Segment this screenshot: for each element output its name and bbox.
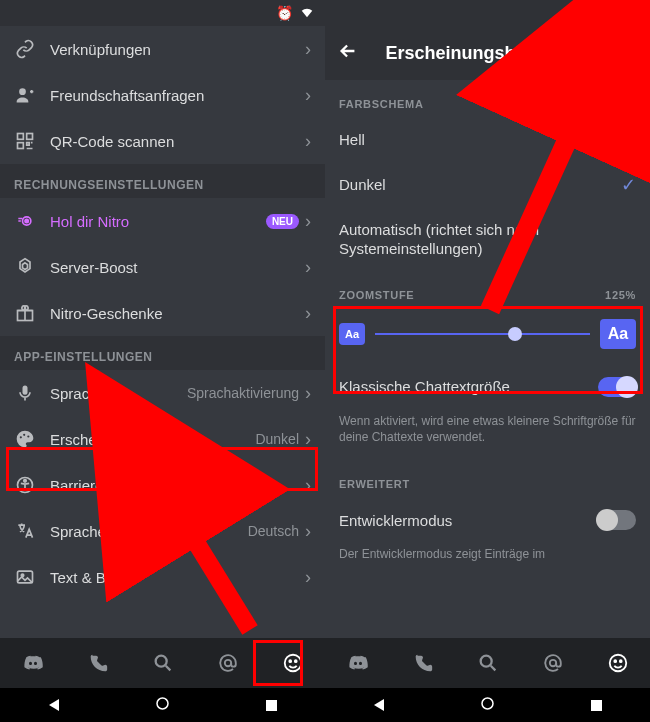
link-icon [14,38,36,60]
entwickler-description: Der Entwicklermodus zeigt Einträge im [325,542,650,577]
svg-point-8 [20,436,22,438]
section-rechnung: RECHNUNGSEINSTELLUNGEN [0,164,325,198]
row-label: Sprachchat [50,385,187,402]
bottom-tabs [325,638,650,688]
tab-discord[interactable] [338,643,378,683]
nav-recent[interactable] [266,700,277,711]
row-nitro-geschenke[interactable]: Nitro-Geschenke › [0,290,325,336]
page-title: Erscheinungsbild [363,43,559,64]
nav-home[interactable] [481,696,494,714]
tab-search[interactable] [143,643,183,683]
bottom-tabs [0,638,325,688]
save-button[interactable]: SPEICHERN [559,46,638,60]
alarm-icon: ⏰ [276,5,293,21]
nav-back[interactable] [374,699,384,711]
status-bar: ⏰ [0,0,325,26]
row-text-bilder[interactable]: Text & Bilder › [0,554,325,600]
tab-discord[interactable] [13,643,53,683]
section-erweitert: ERWEITERT [325,460,650,498]
wifi-icon [624,5,640,22]
tab-mentions[interactable] [533,643,573,683]
option-label: Dunkel [339,175,621,195]
tab-mentions[interactable] [208,643,248,683]
toggle-switch[interactable] [598,510,636,530]
aa-small-icon: Aa [339,323,365,345]
row-label: Verknüpfungen [50,41,305,58]
svg-point-9 [23,434,25,436]
chevron-right-icon: › [305,303,311,324]
svg-point-22 [549,660,555,666]
row-label: Barrierefreiheit [50,477,305,494]
theme-option-auto[interactable]: Automatisch (richtet sich nach Systemein… [325,208,650,271]
row-sprachchat[interactable]: Sprachchat Sprachaktivierung › [0,370,325,416]
row-klassische-textgroesse[interactable]: Klassische Chattextgröße [325,365,650,409]
nav-back[interactable] [49,699,59,711]
status-bar: ⏰ [325,0,650,26]
svg-point-25 [619,660,621,662]
settings-list-panel: ⏰ Verknüpfungen › Freundschaftsanfragen … [0,0,325,722]
row-verknupfungen[interactable]: Verknüpfungen › [0,26,325,72]
row-value: Deutsch [248,523,299,539]
row-nitro[interactable]: Hol dir Nitro NEU › [0,198,325,244]
nav-recent[interactable] [591,700,602,711]
svg-point-16 [224,660,230,666]
chevron-right-icon: › [305,475,311,496]
chevron-right-icon: › [305,85,311,106]
slider-thumb[interactable] [508,327,522,341]
appearance-detail-panel: ⏰ Erscheinungsbild SPEICHERN FARBSCHEMA … [325,0,650,722]
row-label: QR-Code scannen [50,133,305,150]
row-qr-scan[interactable]: QR-Code scannen › [0,118,325,164]
svg-point-24 [614,660,616,662]
new-badge: NEU [266,214,299,229]
section-label: ZOOMSTUFE [339,289,414,301]
svg-point-0 [19,88,26,95]
chevron-right-icon: › [305,257,311,278]
svg-point-18 [289,660,291,662]
section-app: APP-EINSTELLUNGEN [0,336,325,370]
tab-emoji[interactable] [273,643,313,683]
image-icon [14,566,36,588]
tab-calls[interactable] [403,643,443,683]
row-erscheinungsbild[interactable]: Erscheinungsbild Dunkel › [0,416,325,462]
theme-option-dunkel[interactable]: Dunkel ✓ [325,162,650,208]
theme-option-hell[interactable]: Hell [325,118,650,162]
mic-icon [14,382,36,404]
svg-rect-1 [18,134,24,140]
row-label: Hol dir Nitro [50,213,266,230]
chevron-right-icon: › [305,567,311,588]
svg-point-10 [27,435,29,437]
toggle-switch[interactable] [598,377,636,397]
row-barrierefreiheit[interactable]: Barrierefreiheit › [0,462,325,508]
accessibility-icon [14,474,36,496]
svg-point-21 [480,656,491,667]
nav-home[interactable] [156,696,169,714]
titlebar: Erscheinungsbild SPEICHERN [325,26,650,80]
check-icon: ✓ [621,174,636,196]
svg-rect-3 [18,143,24,149]
tab-emoji[interactable] [598,643,638,683]
option-label: Hell [339,130,636,150]
svg-point-20 [157,698,168,709]
qr-icon [14,130,36,152]
chevron-right-icon: › [305,429,311,450]
row-server-boost[interactable]: Server-Boost › [0,244,325,290]
section-zoom: ZOOMSTUFE 125% [325,271,650,309]
row-sprache[interactable]: Sprache Deutsch › [0,508,325,554]
tab-calls[interactable] [78,643,118,683]
zoom-slider[interactable] [375,324,590,344]
back-arrow-icon[interactable] [337,40,363,66]
row-label: Erscheinungsbild [50,431,255,448]
row-value: Dunkel [255,431,299,447]
svg-point-15 [155,656,166,667]
gift-icon [14,302,36,324]
row-freundschaftsanfragen[interactable]: Freundschaftsanfragen › [0,72,325,118]
tab-search[interactable] [468,643,508,683]
chevron-right-icon: › [305,131,311,152]
zoom-value: 125% [605,289,636,301]
aa-large-icon: Aa [600,319,636,349]
svg-rect-2 [27,134,33,140]
chevron-right-icon: › [305,39,311,60]
row-entwicklermodus[interactable]: Entwicklermodus [325,498,650,542]
alarm-icon: ⏰ [601,5,618,21]
section-farbschema: FARBSCHEMA [325,80,650,118]
